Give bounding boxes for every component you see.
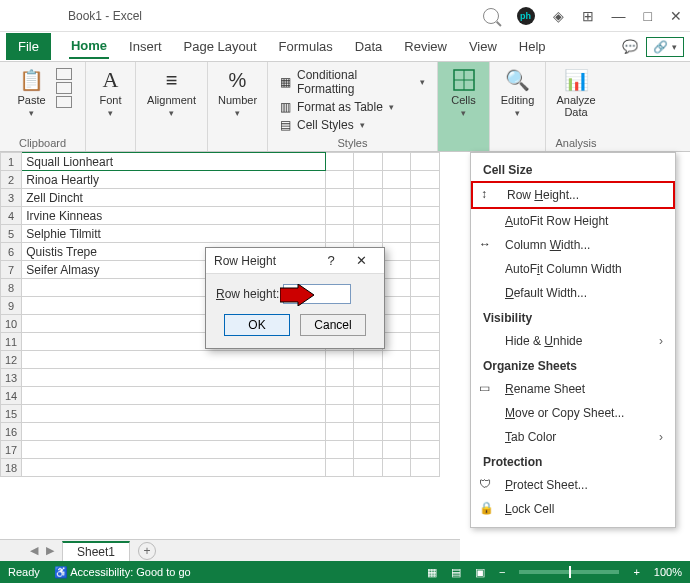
row-header[interactable]: 5 [1,225,22,243]
cell[interactable]: Squall Lionheart [22,153,326,171]
tab-file[interactable]: File [6,33,51,60]
analyze-data-button[interactable]: 📊 Analyze Data [552,66,599,120]
row-header[interactable]: 4 [1,207,22,225]
maximize-button[interactable]: □ [644,8,652,24]
sheet-tab[interactable]: Sheet1 [62,541,130,561]
cell[interactable]: Selphie Tilmitt [22,225,326,243]
cancel-button[interactable]: Cancel [300,314,366,336]
menu-rename-sheet[interactable]: ▭Rename Sheet [471,377,675,401]
row-header[interactable]: 12 [1,351,22,369]
svg-marker-3 [280,284,314,306]
conditional-formatting-button[interactable]: ▦Conditional Formatting▾ [280,68,425,96]
tab-home[interactable]: Home [69,34,109,59]
copy-icon[interactable] [56,82,72,94]
editing-group-button[interactable]: 🔍 Editing ▾ [497,66,539,120]
menu-column-width[interactable]: ↔Column Width... [471,233,675,257]
view-normal-icon[interactable]: ▦ [427,566,437,579]
ok-button[interactable]: OK [224,314,290,336]
menu-autofit-row-height[interactable]: AutoFit Row Height [471,209,675,233]
ribbon: 📋 Paste ▾ Clipboard A Font ▾ ≡ Alignment… [0,62,690,152]
tab-insert[interactable]: Insert [127,35,164,58]
table-icon: ▥ [280,100,291,114]
font-group-button[interactable]: A Font ▾ [95,66,127,120]
cell-styles-button[interactable]: ▤Cell Styles▾ [280,118,425,132]
tab-page-layout[interactable]: Page Layout [182,35,259,58]
zoom-level[interactable]: 100% [654,566,682,578]
menu-section-cellsize: Cell Size [471,157,675,181]
row-header[interactable]: 14 [1,387,22,405]
sheet-nav-next[interactable]: ▶ [46,544,54,557]
dialog-help-button[interactable]: ? [316,253,346,268]
row-height-icon: ↕ [481,187,497,203]
cells-format-menu: Cell Size ↕Row Height... AutoFit Row Hei… [470,152,676,528]
zoom-slider[interactable] [519,570,619,574]
menu-lock-cell[interactable]: 🔒Lock Cell [471,497,675,521]
zoom-in-button[interactable]: + [633,566,639,578]
row-header[interactable]: 18 [1,459,22,477]
tab-formulas[interactable]: Formulas [277,35,335,58]
lock-icon: 🔒 [479,501,495,517]
tab-view[interactable]: View [467,35,499,58]
menu-move-copy-sheet[interactable]: Move or Copy Sheet... [471,401,675,425]
number-group-button[interactable]: % Number ▾ [214,66,261,120]
diamond-icon[interactable]: ◈ [553,8,564,24]
row-header[interactable]: 2 [1,171,22,189]
menu-tab-color[interactable]: Tab Color› [471,425,675,449]
view-break-icon[interactable]: ▣ [475,566,485,579]
row-header[interactable]: 7 [1,261,22,279]
comments-icon[interactable]: 💬 [622,39,638,54]
format-as-table-button[interactable]: ▥Format as Table▾ [280,100,425,114]
row-header[interactable]: 15 [1,405,22,423]
share-button[interactable]: 🔗 ▾ [646,37,684,57]
tab-help[interactable]: Help [517,35,548,58]
row-header[interactable]: 10 [1,315,22,333]
menu-autofit-column-width[interactable]: AutoFit Column Width [471,257,675,281]
alignment-group-button[interactable]: ≡ Alignment ▾ [143,66,200,120]
row-header[interactable]: 1 [1,153,22,171]
account-icon[interactable]: ⊞ [582,8,594,24]
menu-protect-sheet[interactable]: 🛡Protect Sheet... [471,473,675,497]
paste-button[interactable]: 📋 Paste ▾ [13,66,49,120]
status-bar: Ready ♿ Accessibility: Good to go ▦ ▤ ▣ … [0,561,690,583]
window-titlebar: Book1 - Excel ph ◈ ⊞ — □ ✕ [0,0,690,32]
status-accessibility[interactable]: ♿ Accessibility: Good to go [54,566,191,579]
group-analysis: Analysis [556,135,597,149]
close-button[interactable]: ✕ [670,8,682,24]
add-sheet-button[interactable]: + [138,542,156,560]
menu-hide-unhide[interactable]: Hide & Unhide› [471,329,675,353]
menu-row-height[interactable]: ↕Row Height... [471,181,675,209]
row-header[interactable]: 8 [1,279,22,297]
annotation-arrow [280,284,314,309]
dialog-title: Row Height [214,254,316,268]
row-header[interactable]: 13 [1,369,22,387]
row-header[interactable]: 3 [1,189,22,207]
search-icon[interactable] [483,8,499,24]
minimize-button[interactable]: — [612,8,626,24]
group-clipboard: Clipboard [19,135,66,149]
tab-review[interactable]: Review [402,35,449,58]
menu-default-width[interactable]: Default Width... [471,281,675,305]
sheet-nav-prev[interactable]: ◀ [30,544,38,557]
dialog-close-button[interactable]: ✕ [346,253,376,268]
cell[interactable]: Irvine Kinneas [22,207,326,225]
protect-icon: 🛡 [479,477,495,493]
format-painter-icon[interactable] [56,96,72,108]
cell-styles-icon: ▤ [280,118,291,132]
row-header[interactable]: 17 [1,441,22,459]
cut-icon[interactable] [56,68,72,80]
sheet-tab-bar: ◀ ▶ Sheet1 + [0,539,460,561]
view-layout-icon[interactable]: ▤ [451,566,461,579]
cells-button[interactable]: Cells ▾ [447,66,479,120]
menu-section-protection: Protection [471,449,675,473]
col-width-icon: ↔ [479,237,495,253]
row-header[interactable]: 6 [1,243,22,261]
row-header[interactable]: 9 [1,297,22,315]
group-styles: Styles [338,135,368,149]
cell[interactable]: Zell Dincht [22,189,326,207]
row-header[interactable]: 16 [1,423,22,441]
cell[interactable]: Rinoa Heartly [22,171,326,189]
tab-data[interactable]: Data [353,35,384,58]
zoom-out-button[interactable]: − [499,566,505,578]
brand-logo-icon: ph [517,7,535,25]
row-header[interactable]: 11 [1,333,22,351]
